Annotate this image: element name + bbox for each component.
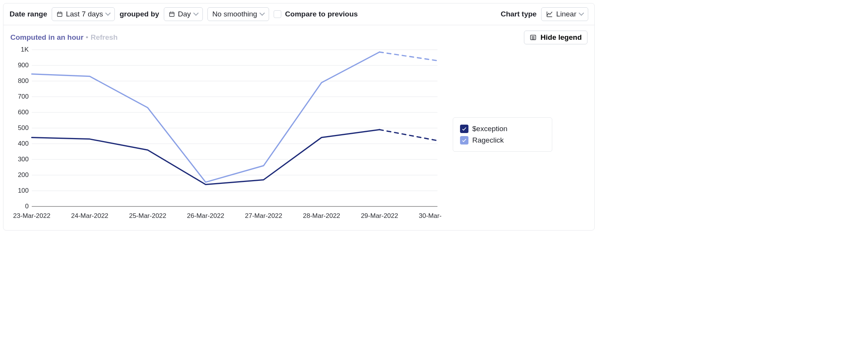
svg-text:1K: 1K	[21, 46, 29, 53]
svg-text:900: 900	[18, 62, 29, 69]
date-range-select[interactable]: Last 7 days	[52, 7, 115, 21]
svg-text:29-Mar-2022: 29-Mar-2022	[361, 212, 398, 219]
legend-item-exception[interactable]: $exception	[460, 123, 545, 135]
svg-text:28-Mar-2022: 28-Mar-2022	[303, 212, 340, 219]
date-range-label: Date range	[10, 10, 47, 18]
legend-swatch	[460, 136, 468, 145]
refresh-link[interactable]: Refresh	[91, 33, 118, 42]
hide-legend-label: Hide legend	[540, 33, 582, 42]
legend-label: $exception	[472, 125, 507, 133]
svg-text:800: 800	[18, 77, 29, 84]
line-chart-svg: 01002003004005006007008009001K23-Mar-202…	[9, 46, 441, 222]
svg-text:200: 200	[18, 171, 29, 179]
legend-label: Rageclick	[472, 136, 504, 145]
compare-previous-label: Compare to previous	[285, 10, 358, 18]
chevron-down-icon	[579, 10, 584, 16]
smoothing-value: No smoothing	[212, 10, 257, 18]
compare-previous-toggle[interactable]: Compare to previous	[274, 10, 358, 18]
calendar-icon	[57, 11, 63, 17]
chart-content: 01002003004005006007008009001K23-Mar-202…	[3, 44, 594, 230]
svg-text:300: 300	[18, 156, 29, 163]
legend-swatch	[460, 125, 468, 133]
group-select[interactable]: Day	[164, 7, 203, 21]
svg-text:0: 0	[25, 203, 29, 210]
chart-type-select[interactable]: Linear	[541, 7, 588, 21]
svg-text:600: 600	[18, 109, 29, 116]
chart-type-label: Chart type	[501, 10, 537, 18]
svg-rect-4	[170, 12, 174, 16]
svg-text:26-Mar-2022: 26-Mar-2022	[187, 212, 224, 219]
svg-text:400: 400	[18, 140, 29, 147]
svg-text:30-Mar-2022: 30-Mar-2022	[419, 212, 441, 219]
chevron-down-icon	[193, 10, 199, 16]
smoothing-select[interactable]: No smoothing	[207, 7, 269, 21]
svg-text:23-Mar-2022: 23-Mar-2022	[13, 212, 50, 219]
line-chart-icon	[546, 11, 553, 18]
svg-text:25-Mar-2022: 25-Mar-2022	[129, 212, 166, 219]
svg-text:100: 100	[18, 187, 29, 194]
svg-text:500: 500	[18, 124, 29, 132]
computed-text: Computed in an hour	[10, 33, 83, 42]
chart-subbar: Computed in an hour • Refresh Hide legen…	[3, 25, 594, 44]
legend-card: $exception Rageclick	[453, 117, 552, 152]
date-range-value: Last 7 days	[66, 10, 103, 18]
chart-toolbar: Date range Last 7 days grouped by Day No…	[3, 3, 594, 25]
svg-text:27-Mar-2022: 27-Mar-2022	[245, 212, 282, 219]
chart-plot: 01002003004005006007008009001K23-Mar-202…	[9, 46, 441, 223]
svg-text:24-Mar-2022: 24-Mar-2022	[71, 212, 108, 219]
chevron-down-icon	[105, 10, 111, 16]
svg-text:700: 700	[18, 93, 29, 100]
group-value: Day	[178, 10, 191, 18]
grouped-by-label: grouped by	[119, 10, 159, 18]
legend-item-rageclick[interactable]: Rageclick	[460, 135, 545, 146]
legend-icon	[530, 34, 537, 41]
calendar-icon	[169, 11, 175, 17]
chevron-down-icon	[259, 10, 265, 16]
svg-rect-0	[57, 12, 62, 16]
hide-legend-button[interactable]: Hide legend	[524, 31, 587, 44]
chart-type-value: Linear	[556, 10, 576, 18]
legend-panel: $exception Rageclick	[441, 46, 589, 223]
checkbox-icon	[274, 10, 281, 18]
chart-card: Date range Last 7 days grouped by Day No…	[3, 3, 595, 231]
